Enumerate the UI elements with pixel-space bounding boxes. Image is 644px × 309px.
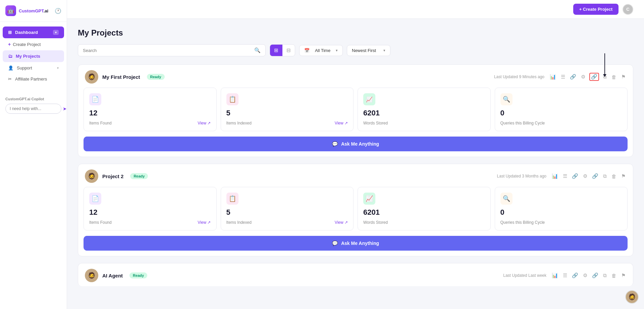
flag-icon-2[interactable]: ⚑ — [621, 172, 626, 180]
support-icon: 👤 — [8, 65, 13, 70]
trash-icon[interactable]: 🗑 — [611, 73, 617, 81]
items-found-label-0: Items Found — [89, 121, 112, 125]
stat-words-stored-1: 📈 6201 Words Stored — [358, 187, 491, 230]
link-icon-3[interactable]: 🔗 — [571, 272, 579, 279]
flag-icon-3[interactable]: ⚑ — [621, 272, 626, 279]
view-toggle: ⊞ ⊟ — [270, 44, 295, 56]
items-indexed-icon-0: 📋 — [226, 93, 238, 105]
dashboard-icon: ⊞ — [8, 30, 12, 35]
chevron-down-icon-time: ▾ — [336, 48, 338, 53]
list-view-button[interactable]: ⊟ — [282, 45, 295, 56]
stat-items-found-1: 📄 12 Items Found View ↗ — [84, 187, 217, 230]
sidebar-item-affiliate[interactable]: ✂ Affiliate Partners — [3, 74, 64, 84]
logo-text: CustomGPT.ai — [19, 8, 48, 13]
share-link-icon-2[interactable]: 🔗 — [591, 172, 599, 180]
share-link-icon-3[interactable]: 🔗 — [591, 272, 599, 279]
items-indexed-number-1: 5 — [226, 208, 348, 217]
copilot-section: CustomGPT.ai Copilot ➤ — [0, 92, 67, 119]
ask-bar-0[interactable]: 💬 Ask Me Anything — [84, 137, 628, 151]
sort-dropdown[interactable]: Newest First ▾ — [347, 45, 390, 56]
settings-icon-3[interactable]: ⚙ — [582, 272, 588, 279]
copilot-input-wrap[interactable]: ➤ — [5, 104, 61, 114]
items-found-view-link-1[interactable]: View ↗ — [198, 220, 211, 225]
projects-icon: 🗂 — [8, 54, 12, 59]
send-icon[interactable]: ➤ — [63, 106, 67, 111]
search-icon[interactable]: 🔍 — [254, 47, 261, 53]
items-found-number-0: 12 — [89, 109, 211, 117]
sidebar-nav: ⊞ Dashboard ▾ + Create Project 🗂 My Proj… — [0, 22, 67, 89]
project-3-avatar: 🧔 — [85, 269, 98, 282]
trash-icon-2[interactable]: 🗑 — [611, 173, 617, 180]
search-wrap[interactable]: 🔍 — [78, 44, 266, 56]
copy-icon-3[interactable]: ⧉ — [602, 272, 607, 279]
topbar: + Create Project C — [67, 0, 644, 19]
plus-icon: + — [8, 42, 11, 47]
project-1-header: 🧔 My First Project Ready Last Updated 9 … — [78, 65, 633, 88]
trash-icon-3[interactable]: 🗑 — [611, 272, 617, 279]
logo-left: 🤖 CustomGPT.ai — [5, 5, 48, 16]
items-indexed-view-link-1[interactable]: View ↗ — [335, 220, 348, 225]
page-title: My Projects — [78, 28, 633, 38]
stat-queries-0: 🔍 0 Queries this Billing Cycle — [495, 88, 628, 131]
bar-chart-icon[interactable]: 📊 — [549, 73, 557, 81]
copy-icon-2[interactable]: ⧉ — [602, 172, 607, 180]
chat-icon-0: 💬 — [332, 141, 338, 147]
ask-bar-1[interactable]: 💬 Ask Me Anything — [84, 236, 628, 251]
items-indexed-view-link-0[interactable]: View ↗ — [335, 121, 348, 125]
project-card-0: 🧔 My First Project Ready Last Updated 9 … — [78, 64, 633, 157]
grid-view-button[interactable]: ⊞ — [270, 45, 282, 56]
user-avatar[interactable]: C — [623, 4, 633, 15]
clock-icon[interactable]: 🕐 — [55, 8, 61, 14]
words-stored-label-1: Words Stored — [363, 220, 388, 225]
sidebar: 🤖 CustomGPT.ai 🕐 ⊞ Dashboard ▾ + Create … — [0, 0, 67, 309]
project-3-name: AI Agent — [102, 273, 123, 278]
project-1-avatar: 🧔 — [85, 70, 98, 84]
all-time-label: All Time — [315, 48, 330, 53]
copilot-input[interactable] — [10, 106, 60, 111]
queries-label-0: Queries this Billing Cycle — [500, 121, 545, 125]
sidebar-item-dashboard[interactable]: ⊞ Dashboard ▾ — [3, 27, 64, 38]
share-link-icon[interactable]: 🔗 — [589, 73, 599, 81]
ask-bar-label-1: Ask Me Anything — [341, 241, 379, 246]
list-icon-2[interactable]: ☰ — [562, 172, 568, 180]
project-2-stats: 📄 12 Items Found View ↗ 📋 5 Items Indexe… — [78, 187, 633, 236]
search-input[interactable] — [83, 48, 252, 53]
chevron-down-icon-sort: ▾ — [383, 48, 385, 53]
stat-items-indexed-1: 📋 5 Items Indexed View ↗ — [221, 187, 354, 230]
items-indexed-label-1: Items Indexed — [226, 220, 252, 225]
project-1-actions: 📊 ☰ 🔗 ⚙ 🔗 ⧉ 🗑 ⚑ — [549, 73, 626, 81]
create-project-button[interactable]: + Create Project — [573, 4, 619, 15]
project-2-last-updated: Last Updated 3 Months ago — [497, 174, 546, 178]
sidebar-item-support[interactable]: 👤 Support ▾ — [3, 63, 64, 73]
project-3-status: Ready — [129, 272, 147, 278]
project-2-header: 🧔 Project 2 Ready Last Updated 3 Months … — [78, 164, 633, 187]
list-icon-3[interactable]: ☰ — [562, 272, 568, 279]
list-icon[interactable]: ☰ — [560, 73, 566, 81]
items-indexed-number-0: 5 — [226, 109, 348, 117]
project-3-last-updated: Last Updated Last week — [503, 273, 546, 278]
items-found-view-link-0[interactable]: View ↗ — [198, 121, 211, 125]
bottom-user-avatar[interactable]: 🧔 — [625, 290, 639, 304]
flag-icon[interactable]: ⚑ — [621, 73, 626, 81]
sidebar-item-create-project[interactable]: + Create Project — [3, 39, 64, 50]
settings-icon-2[interactable]: ⚙ — [582, 172, 588, 180]
queries-icon-0: 🔍 — [500, 93, 513, 105]
settings-icon[interactable]: ⚙ — [580, 73, 586, 81]
sidebar-item-my-projects[interactable]: 🗂 My Projects — [3, 50, 64, 62]
bar-chart-icon-2[interactable]: 📊 — [551, 172, 559, 180]
words-stored-icon-0: 📈 — [363, 93, 375, 105]
all-time-dropdown[interactable]: 📅 All Time ▾ — [299, 45, 343, 56]
chevron-down-icon: ▾ — [53, 30, 59, 35]
my-projects-label: My Projects — [16, 54, 40, 59]
stat-items-indexed-0: 📋 5 Items Indexed View ↗ — [221, 88, 354, 131]
project-1-last-updated: Last Updated 9 Minutes ago — [494, 74, 544, 79]
queries-label-1: Queries this Billing Cycle — [500, 220, 545, 225]
words-stored-number-1: 6201 — [363, 208, 485, 217]
project-1-stats: 📄 12 Items Found View ↗ 📋 5 Items Indexe… — [78, 88, 633, 137]
link-icon-2[interactable]: 🔗 — [571, 172, 579, 180]
sidebar-logo: 🤖 CustomGPT.ai 🕐 — [0, 5, 67, 22]
project-2-name: Project 2 — [102, 173, 123, 179]
bar-chart-icon-3[interactable]: 📊 — [551, 272, 559, 279]
link-icon[interactable]: 🔗 — [569, 73, 577, 81]
items-found-label-1: Items Found — [89, 220, 112, 225]
